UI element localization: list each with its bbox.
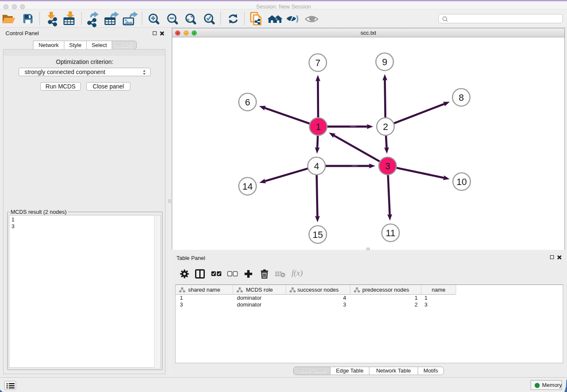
svg-text:14: 14 bbox=[242, 181, 253, 192]
svg-text:8: 8 bbox=[459, 92, 464, 103]
svg-text:9: 9 bbox=[382, 57, 387, 67]
svg-text:11: 11 bbox=[386, 228, 396, 238]
svg-text:15: 15 bbox=[313, 229, 323, 240]
svg-text:2: 2 bbox=[383, 121, 388, 132]
svg-text:10: 10 bbox=[457, 177, 467, 187]
svg-text:7: 7 bbox=[315, 58, 320, 68]
svg-text:1: 1 bbox=[316, 121, 321, 132]
svg-text:6: 6 bbox=[245, 97, 250, 108]
svg-text:3: 3 bbox=[385, 161, 390, 171]
svg-text:4: 4 bbox=[314, 161, 319, 171]
